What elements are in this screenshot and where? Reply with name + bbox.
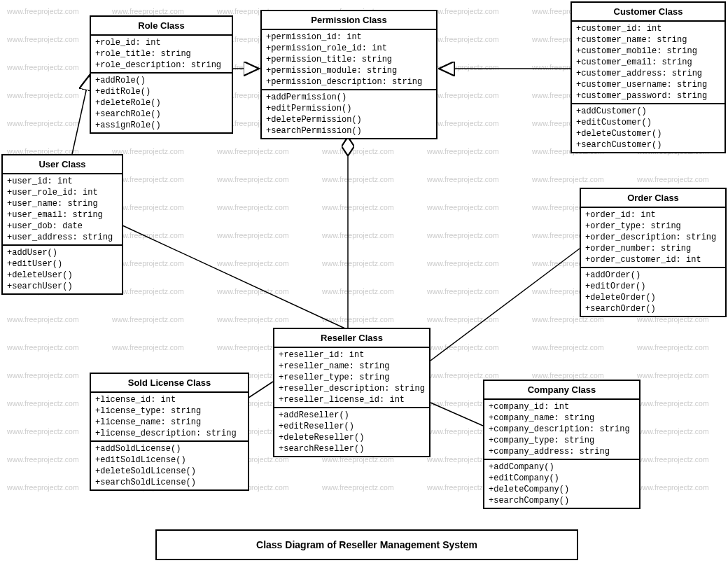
watermark: www.freeprojectz.com [217,315,289,324]
class-ops: +addSoldLicense()+editSoldLicense()+dele… [91,442,248,489]
watermark: www.freeprojectz.com [7,7,79,15]
class-ops: +addRole()+editRole()+deleteRole()+searc… [91,74,232,132]
class-member: +order_type: string [585,221,721,232]
class-member: +deleteCompany() [489,484,635,495]
watermark: www.freeprojectz.com [427,147,499,155]
class-member: +editReseller() [279,421,425,432]
class-member: +editRole() [95,86,227,97]
class-attrs: +role_id: int+role_title: string+role_de… [91,36,232,74]
class-member: +reseller_type: string [279,372,425,383]
watermark: www.freeprojectz.com [322,287,394,296]
watermark: www.freeprojectz.com [112,315,184,324]
class-member: +user_email: string [7,209,118,221]
class-title: Customer Class [572,3,724,22]
class-member: +reseller_name: string [279,361,425,372]
class-member: +editUser() [7,258,118,270]
class-ops: +addUser()+editUser()+deleteUser()+searc… [3,246,122,293]
watermark: www.freeprojectz.com [217,287,289,296]
class-member: +customer_password: string [576,90,720,102]
watermark: www.freeprojectz.com [427,259,499,267]
watermark: www.freeprojectz.com [427,343,499,352]
watermark: www.freeprojectz.com [322,175,394,183]
class-member: +role_id: int [95,37,227,48]
watermark: www.freeprojectz.com [427,91,499,99]
class-member: +license_name: string [95,417,244,428]
class-member: +deleteUser() [7,270,118,281]
class-member: +searchReseller() [279,443,425,454]
class-member: +addPermission() [266,92,432,103]
watermark: www.freeprojectz.com [532,175,604,183]
class-member: +addCompany() [489,461,635,473]
class-title: Sold License Class [91,374,248,393]
class-member: +editOrder() [585,281,721,292]
class-member: +deleteCustomer() [576,128,720,139]
class-member: +permission_module: string [266,65,432,76]
watermark: www.freeprojectz.com [427,315,499,324]
svg-line-7 [430,403,483,426]
svg-line-3 [122,225,346,329]
watermark: www.freeprojectz.com [532,343,604,352]
class-permission: Permission Class +permission_id: int+per… [260,10,438,139]
class-member: +company_address: string [489,446,635,457]
watermark: www.freeprojectz.com [7,427,79,436]
watermark: www.freeprojectz.com [7,343,79,352]
class-member: +user_name: string [7,198,118,209]
class-member: +permission_title: string [266,54,432,65]
watermark: www.freeprojectz.com [112,343,184,352]
class-member: +addOrder() [585,270,721,281]
class-soldlicense: Sold License Class +license_id: int+lice… [90,373,249,491]
class-member: +searchSoldLicense() [95,477,244,488]
class-member: +license_id: int [95,394,244,405]
class-member: +deleteRole() [95,97,227,109]
class-member: +deletePermission() [266,114,432,125]
watermark: www.freeprojectz.com [637,343,709,352]
class-member: +reseller_license_id: int [279,394,425,405]
class-member: +permission_id: int [266,32,432,43]
class-attrs: +reseller_id: int+reseller_name: string+… [274,348,429,408]
class-member: +license_type: string [95,405,244,417]
class-attrs: +permission_id: int+permission_role_id: … [262,30,436,90]
watermark: www.freeprojectz.com [637,455,709,464]
class-user: User Class +user_id: int+user_role_id: i… [1,154,123,295]
watermark: www.freeprojectz.com [217,147,289,155]
watermark: www.freeprojectz.com [7,119,79,127]
watermark: www.freeprojectz.com [637,175,709,183]
class-member: +addReseller() [279,410,425,421]
watermark: www.freeprojectz.com [217,231,289,239]
watermark: www.freeprojectz.com [7,315,79,324]
watermark: www.freeprojectz.com [322,315,394,324]
caption-text: Class Diagram of Reseller Management Sys… [256,539,477,550]
class-member: +company_description: string [489,424,635,435]
class-title: Role Class [91,17,232,36]
watermark: www.freeprojectz.com [7,35,79,43]
class-member: +company_name: string [489,412,635,424]
class-member: +user_address: string [7,232,118,243]
watermark: www.freeprojectz.com [217,175,289,183]
watermark: www.freeprojectz.com [322,203,394,211]
class-member: +editPermission() [266,103,432,114]
class-member: +permission_role_id: int [266,43,432,54]
class-ops: +addCustomer()+editCustomer()+deleteCust… [572,104,724,152]
watermark: www.freeprojectz.com [427,63,499,71]
class-attrs: +user_id: int+user_role_id: int+user_nam… [3,174,122,246]
watermark: www.freeprojectz.com [7,455,79,464]
class-company: Company Class +company_id: int+company_n… [483,380,640,509]
watermark: www.freeprojectz.com [7,91,79,99]
watermark: www.freeprojectz.com [7,371,79,380]
class-member: +searchRole() [95,109,227,120]
class-member: +company_id: int [489,401,635,412]
class-attrs: +company_id: int+company_name: string+co… [484,400,639,460]
class-member: +customer_username: string [576,79,720,90]
class-member: +addSoldLicense() [95,443,244,454]
class-member: +editCompany() [489,473,635,484]
class-member: +permission_description: string [266,76,432,88]
class-member: +role_description: string [95,60,227,71]
class-ops: +addPermission()+editPermission()+delete… [262,90,436,138]
watermark: www.freeprojectz.com [7,483,79,492]
watermark: www.freeprojectz.com [427,287,499,296]
class-role: Role Class +role_id: int+role_title: str… [90,15,233,134]
class-attrs: +order_id: int+order_type: string+order_… [581,208,725,268]
watermark: www.freeprojectz.com [322,483,394,492]
class-member: +assignRole() [95,120,227,131]
class-member: +addCustomer() [576,106,720,117]
